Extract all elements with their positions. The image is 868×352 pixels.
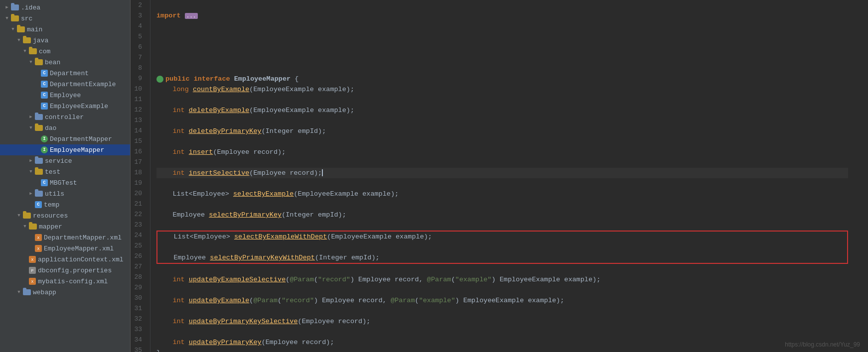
file-tree[interactable]: ▶.idea▼src▼main▼java▼com▼beanCDepartment…: [0, 0, 131, 352]
sidebar-item-controller[interactable]: ▶controller: [0, 112, 130, 122]
sidebar-item-idea[interactable]: ▶.idea: [0, 2, 130, 13]
chevron-icon: ▶: [28, 114, 34, 120]
code-line-22: Employee selectByPrimaryKey(Integer empI…: [156, 210, 848, 220]
sidebar-item-DepartmentMapper.xml[interactable]: XDepartmentMapper.xml: [0, 232, 130, 243]
sidebar-item-label: dbconfig.properties: [38, 267, 130, 274]
code-line-21: [156, 199, 848, 210]
sidebar-item-com[interactable]: ▼com: [0, 46, 130, 57]
chevron-icon: ▼: [4, 15, 10, 21]
code-line-28: int updateByExampleSelective(@Param("rec…: [156, 274, 848, 285]
code-line-text: int insertSelective(Employee record);: [156, 168, 323, 178]
code-line-text: Employee selectByPrimaryKey(Integer empI…: [156, 210, 346, 220]
sidebar-item-Department[interactable]: CDepartment: [0, 68, 130, 79]
chevron-icon: ▼: [16, 289, 22, 295]
sidebar-item-label: test: [45, 168, 130, 176]
folder-open-icon: [35, 59, 43, 65]
sidebar-item-Employee[interactable]: CEmployee: [0, 90, 130, 101]
line-number: 13: [131, 115, 146, 125]
sidebar-item-EmployeeExample[interactable]: CEmployeeExample: [0, 101, 130, 112]
code-line-8: [156, 63, 848, 74]
sidebar-item-label: resources: [33, 212, 130, 220]
code-line-26: Employee selectByPrimaryKeyWithDept(Inte…: [156, 252, 848, 264]
chevron-icon: ▼: [28, 169, 34, 175]
code-line-3: import ...: [156, 10, 848, 21]
properties-icon: P: [29, 267, 36, 274]
xml-icon: X: [29, 256, 36, 263]
code-line-text: int updateByExample(@Param("record") Emp…: [156, 295, 564, 306]
code-line-4: [156, 21, 848, 32]
line-number: 21: [131, 199, 146, 209]
line-number: 25: [131, 240, 146, 251]
chevron-icon: ▼: [28, 59, 34, 65]
line-numbers: 2345678910111213141516171819202122232425…: [131, 0, 150, 352]
sidebar-item-label: mybatis-config.xml: [38, 278, 130, 285]
xml-icon: X: [35, 245, 42, 252]
sidebar-item-dbconfig.properties[interactable]: Pdbconfig.properties: [0, 265, 130, 276]
code-line-7: [156, 53, 848, 63]
line-number: 28: [131, 272, 146, 282]
code-line-text: }: [156, 348, 160, 352]
code-line-24: List<Employee> selectByExampleWithDept(E…: [156, 231, 848, 242]
sidebar-item-MBGTest[interactable]: CMBGTest: [0, 177, 130, 188]
sidebar-item-mybatis-config.xml[interactable]: Xmybatis-config.xml: [0, 276, 130, 287]
sidebar-item-temp[interactable]: Ctemp: [0, 199, 130, 210]
code-content[interactable]: import ...public interface EmployeeMappe…: [150, 0, 868, 352]
java-class-icon: C: [41, 103, 48, 110]
sidebar-item-DepartmentMapper[interactable]: IDepartmentMapper: [0, 133, 130, 144]
code-line-25: [156, 242, 848, 252]
line-number: 16: [131, 146, 146, 157]
sidebar-item-resources[interactable]: ▼resources: [0, 210, 130, 221]
sidebar-item-label: Employee: [50, 92, 130, 99]
sidebar-item-label: Department: [50, 70, 130, 77]
code-line-text: int deleteByPrimaryKey(Integer empId);: [156, 126, 326, 136]
sidebar-item-mapper[interactable]: ▼mapper: [0, 221, 130, 232]
sidebar-item-test[interactable]: ▼test: [0, 166, 130, 177]
sidebar-item-bean[interactable]: ▼bean: [0, 57, 130, 68]
code-line-29: [156, 285, 848, 295]
line-number: 8: [131, 63, 146, 73]
sidebar-item-label: DepartmentMapper: [50, 135, 130, 143]
sidebar-item-dao[interactable]: ▼dao: [0, 122, 130, 133]
sidebar-item-label: service: [45, 157, 130, 165]
code-line-16: int insert(Employee record);: [156, 147, 848, 157]
line-number: 3: [131, 10, 146, 21]
code-line-23: [156, 220, 848, 231]
code-line-2: [156, 0, 848, 10]
line-number: 14: [131, 125, 146, 136]
line-number: 31: [131, 303, 146, 314]
sidebar-item-label: temp: [44, 201, 130, 209]
sidebar-item-EmployeeMapper[interactable]: IEmployeeMapper: [0, 144, 130, 155]
sidebar-item-EmployeeMapper.xml[interactable]: XEmployeeMapper.xml: [0, 243, 130, 254]
line-number: 24: [131, 230, 146, 240]
interface-icon: I: [41, 146, 48, 153]
sidebar-item-label: main: [27, 26, 130, 33]
chevron-icon: ▼: [16, 213, 22, 219]
sidebar-item-java[interactable]: ▼java: [0, 35, 130, 46]
folder-open-icon: [29, 224, 37, 230]
sidebar-item-service[interactable]: ▶service: [0, 155, 130, 166]
line-number: 15: [131, 136, 146, 146]
java-class-icon: C: [41, 179, 48, 186]
sidebar-item-label: utils: [45, 190, 130, 198]
sidebar-item-label: DepartmentExample: [50, 81, 130, 88]
sidebar-item-label: webapp: [33, 289, 130, 296]
code-line-text: int insert(Employee record);: [156, 147, 286, 157]
sidebar-item-webapp[interactable]: ▼webapp: [0, 287, 130, 298]
code-line-6: [156, 42, 848, 53]
sidebar-item-utils[interactable]: ▶utils: [0, 188, 130, 199]
folder-closed-icon: [11, 4, 19, 10]
sidebar-item-label: src: [21, 15, 130, 22]
folder-open-icon: [35, 125, 43, 131]
line-number: 33: [131, 324, 146, 335]
sidebar-item-src[interactable]: ▼src: [0, 13, 130, 24]
folder-open-icon: [29, 48, 37, 54]
chevron-icon: ▶: [28, 158, 34, 164]
code-line-14: int deleteByPrimaryKey(Integer empId);: [156, 126, 848, 136]
line-number: 27: [131, 261, 146, 272]
sidebar-item-label: bean: [45, 59, 130, 66]
sidebar-item-applicationContext.xml[interactable]: XapplicationContext.xml: [0, 254, 130, 265]
sidebar-item-main[interactable]: ▼main: [0, 24, 130, 35]
sidebar-item-label: MBGTest: [50, 179, 130, 187]
sidebar-item-DepartmentExample[interactable]: CDepartmentExample: [0, 79, 130, 90]
folder-closed-icon: [35, 158, 43, 164]
